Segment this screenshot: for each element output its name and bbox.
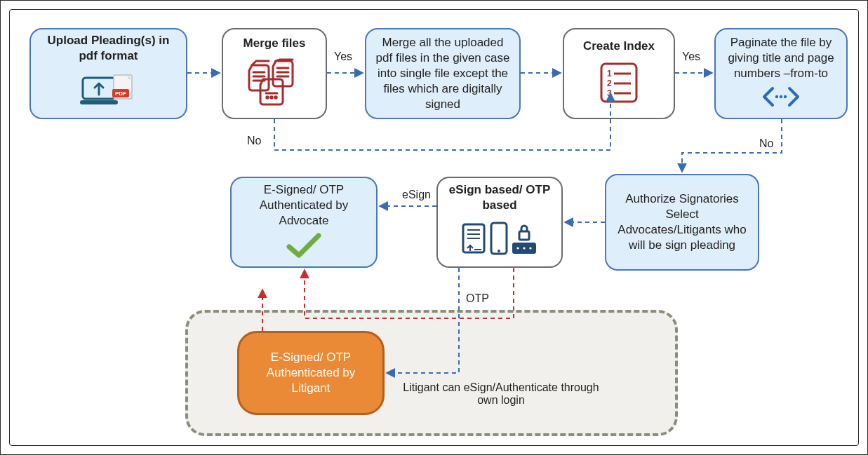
merge-files-icon	[248, 58, 301, 111]
node-advocate-text: E-Signed/ OTP Authenticated by Advocate	[240, 182, 368, 229]
node-merge-desc-text: Merge all the uploaded pdf files in the …	[375, 35, 511, 112]
svg-point-24	[780, 95, 782, 98]
label-no-1: No	[247, 135, 261, 147]
node-authorize-text: Authorize Signatories Select Advocates/L…	[615, 191, 749, 253]
node-index: Create Index 1 2 3	[563, 28, 675, 119]
svg-text:3: 3	[607, 88, 612, 98]
svg-rect-1	[80, 100, 118, 104]
node-upload-title: Upload Pleading(s) in pdf format	[39, 33, 178, 64]
node-merge: Merge files	[222, 28, 327, 119]
svg-point-36	[529, 247, 531, 249]
svg-point-23	[775, 95, 778, 98]
label-esign: eSign	[402, 189, 431, 201]
node-upload: Upload Pleading(s) in pdf format PDF	[29, 28, 187, 119]
svg-point-15	[275, 97, 276, 98]
svg-point-35	[523, 247, 525, 249]
label-no-2: No	[759, 137, 773, 150]
node-litigant-text: E-Signed/ OTP Authenticated by Litigant	[248, 350, 374, 396]
svg-point-32	[498, 250, 500, 252]
node-esign-title: eSign based/ OTP based	[446, 182, 553, 213]
label-otp: OTP	[466, 292, 489, 305]
node-merge-title: Merge files	[243, 36, 306, 51]
node-litigant: E-Signed/ OTP Authenticated by Litigant	[237, 331, 385, 415]
svg-point-13	[267, 97, 268, 98]
node-esign: eSign based/ OTP based	[436, 177, 563, 268]
node-paginate: Paginate the file by giving title and pa…	[714, 28, 848, 119]
node-index-title: Create Index	[583, 39, 655, 54]
svg-rect-37	[519, 231, 529, 240]
svg-text:1: 1	[607, 69, 612, 79]
svg-point-34	[516, 247, 519, 249]
svg-rect-31	[491, 223, 507, 254]
svg-point-14	[271, 97, 272, 98]
label-yes-1: Yes	[334, 50, 352, 63]
node-merge-desc: Merge all the uploaded pdf files in the …	[365, 28, 521, 119]
svg-text:2: 2	[607, 79, 612, 88]
node-authorize: Authorize Signatories Select Advocates/L…	[605, 174, 759, 271]
checkmark-icon	[286, 233, 321, 262]
svg-text:PDF: PDF	[115, 90, 126, 97]
upload-pdf-icon: PDF	[80, 71, 138, 114]
esign-otp-icon	[460, 220, 539, 262]
svg-point-25	[784, 95, 787, 98]
node-advocate: E-Signed/ OTP Authenticated by Advocate	[230, 177, 378, 268]
index-list-icon: 1 2 3	[597, 61, 641, 109]
node-paginate-text: Paginate the file by giving title and pa…	[724, 35, 838, 81]
label-yes-2: Yes	[682, 50, 700, 63]
label-zone: Litigant can eSign/Authenticate through …	[403, 381, 599, 407]
paginate-code-icon	[760, 86, 802, 112]
